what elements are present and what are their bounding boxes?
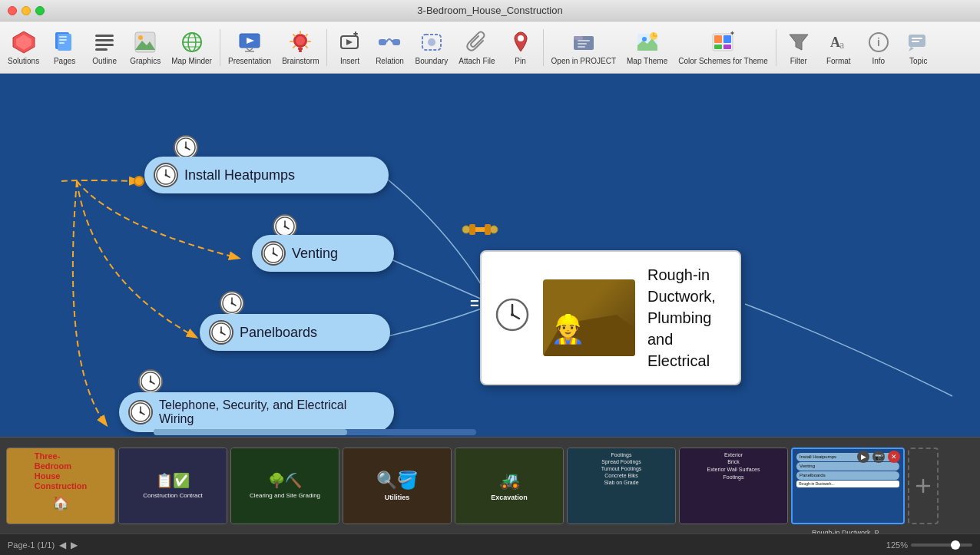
heatpumps-label: Install Heatpumps xyxy=(184,167,295,183)
svg-marker-29 xyxy=(346,39,353,45)
svg-marker-56 xyxy=(909,47,914,51)
toolbar-item-filter[interactable]: Filter xyxy=(780,25,818,71)
toolbar-item-insert[interactable]: Insert xyxy=(330,25,369,71)
filmstrip-thumb-4[interactable]: 🔍🪣 Utilities xyxy=(343,448,452,524)
next-page-button[interactable]: ▶ xyxy=(71,540,78,550)
main-canvas[interactable]: Install Heatpumps Venting Panelboards xyxy=(0,74,980,437)
svg-point-70 xyxy=(231,302,233,305)
toolbar-item-graphics[interactable]: Graphics xyxy=(125,25,165,71)
svg-rect-37 xyxy=(574,36,583,40)
solutions-icon xyxy=(12,30,36,55)
toolbar-item-attach-file[interactable]: Attach File xyxy=(454,25,499,71)
svg-point-62 xyxy=(185,147,187,149)
construction-image: 👷 xyxy=(543,279,635,356)
pages-icon xyxy=(52,30,77,55)
svg-point-99 xyxy=(490,226,498,233)
svg-point-86 xyxy=(220,332,223,334)
svg-rect-46 xyxy=(714,35,722,43)
telephone-label: Telephone, Security, and Electrical Wiri… xyxy=(159,398,379,426)
toolbar-item-pin[interactable]: Pin xyxy=(502,25,540,71)
attach-file-label: Attach File xyxy=(459,57,495,65)
graphics-icon xyxy=(133,30,157,55)
attach-file-icon xyxy=(465,30,489,55)
svg-rect-57 xyxy=(912,38,922,39)
clock-telephone xyxy=(128,400,153,425)
info-label: Info xyxy=(872,57,885,65)
traffic-lights xyxy=(8,6,45,15)
svg-rect-30 xyxy=(379,39,386,45)
thumb-play-button[interactable]: ▶ xyxy=(857,451,869,463)
color-schemes-icon xyxy=(710,30,735,55)
equal-indicator: = xyxy=(470,295,479,312)
zoom-controls: 125% xyxy=(886,540,972,550)
prev-page-button[interactable]: ◀ xyxy=(59,540,66,550)
svg-text:i: i xyxy=(877,36,880,48)
filmstrip-thumb-5[interactable]: 🚜 Excavation xyxy=(455,448,564,524)
toolbar-item-map-theme[interactable]: Map Theme xyxy=(622,25,672,71)
map-theme-icon xyxy=(635,30,660,55)
svg-point-78 xyxy=(165,174,167,177)
svg-rect-58 xyxy=(912,41,919,42)
filmstrip-thumb-1[interactable]: Three-BedroomHouseConstruction 🏠 xyxy=(6,448,115,524)
toolbar-item-brainstorm[interactable]: Brainstorm xyxy=(277,25,323,71)
main-topic-box[interactable]: 👷 Rough-in Ductwork, Plumbing and Electr… xyxy=(480,250,741,385)
svg-rect-38 xyxy=(578,40,590,41)
svg-point-103 xyxy=(511,313,514,316)
filmstrip-thumb-6[interactable]: Footings Spread Footings Turnout Footing… xyxy=(567,448,676,524)
panelboards-label: Panelboards xyxy=(240,325,317,341)
svg-rect-26 xyxy=(298,48,303,50)
toolbar-item-color-schemes[interactable]: Color Schemes for Theme xyxy=(674,25,773,71)
pin-label: Pin xyxy=(515,57,525,65)
filmstrip-thumb-3[interactable]: 🌳⛏️ Clearing and Site Grading xyxy=(230,448,339,524)
mapminder-icon xyxy=(180,30,204,55)
divider-4 xyxy=(776,29,776,66)
close-button[interactable] xyxy=(8,6,17,15)
graphics-label: Graphics xyxy=(130,57,161,65)
svg-rect-8 xyxy=(95,39,114,41)
thumb-camera-button[interactable]: 📷 xyxy=(872,451,885,463)
divider-1 xyxy=(220,29,220,66)
map-theme-label: Map Theme xyxy=(627,57,667,65)
toolbar-item-format[interactable]: A a Format xyxy=(819,25,858,71)
toolbar-item-solutions[interactable]: Solutions xyxy=(3,25,44,71)
top-clock-telephone xyxy=(138,369,163,394)
toolbar-item-topic[interactable]: Topic xyxy=(899,25,938,71)
toolbar-item-mapminder[interactable]: Map Minder xyxy=(167,25,217,71)
svg-rect-43 xyxy=(637,45,657,51)
node-heatpumps[interactable]: Install Heatpumps xyxy=(144,157,389,193)
zoom-slider-thumb[interactable] xyxy=(951,540,960,550)
filmstrip-thumb-7[interactable]: Exterior Brick Exterior Wall Surfaces Fo… xyxy=(679,448,788,524)
svg-rect-39 xyxy=(578,43,587,45)
svg-point-66 xyxy=(284,226,286,228)
toolbar-item-boundary[interactable]: Boundary xyxy=(410,25,452,71)
thumb-close-button[interactable]: ✕ xyxy=(888,451,900,463)
pages-label: Pages xyxy=(54,57,75,65)
minimize-button[interactable] xyxy=(22,6,31,15)
filmstrip-thumb-active[interactable]: Install Heatpumps Venting Panelboards Ro… xyxy=(791,448,905,524)
canvas-scrollbar-thumb[interactable] xyxy=(154,429,347,435)
toolbar-item-presentation[interactable]: Presentation xyxy=(223,25,276,71)
toolbar-item-pages[interactable]: Pages xyxy=(45,25,84,71)
svg-line-21 xyxy=(247,48,250,51)
brainstorm-icon xyxy=(288,30,313,55)
orange-dot-connector xyxy=(134,176,144,187)
node-venting[interactable]: Venting xyxy=(252,235,394,272)
maximize-button[interactable] xyxy=(35,6,45,15)
boundary-label: Boundary xyxy=(415,57,448,65)
toolbar-item-outline[interactable]: Outline xyxy=(85,25,124,71)
insert-label: Insert xyxy=(340,57,359,65)
node-panelboards[interactable]: Panelboards xyxy=(200,314,390,351)
svg-point-74 xyxy=(150,381,152,383)
svg-point-98 xyxy=(462,226,470,233)
node-telephone[interactable]: Telephone, Security, and Electrical Wiri… xyxy=(119,392,394,432)
toolbar-item-relation[interactable]: Relation xyxy=(370,25,409,71)
svg-point-12 xyxy=(138,35,143,40)
window-title: 3-Bedroom_House_Construction xyxy=(417,5,562,16)
filmstrip-thumb-2[interactable]: 📋✅ Construction Contract xyxy=(118,448,227,524)
add-slide-button[interactable] xyxy=(908,448,939,524)
color-schemes-label: Color Schemes for Theme xyxy=(678,57,768,65)
zoom-slider-track[interactable] xyxy=(911,543,972,547)
toolbar-item-open-project[interactable]: Open in PROJECT xyxy=(547,25,621,71)
canvas-horizontal-scrollbar[interactable] xyxy=(154,429,476,435)
toolbar-item-info[interactable]: i Info xyxy=(859,25,898,71)
